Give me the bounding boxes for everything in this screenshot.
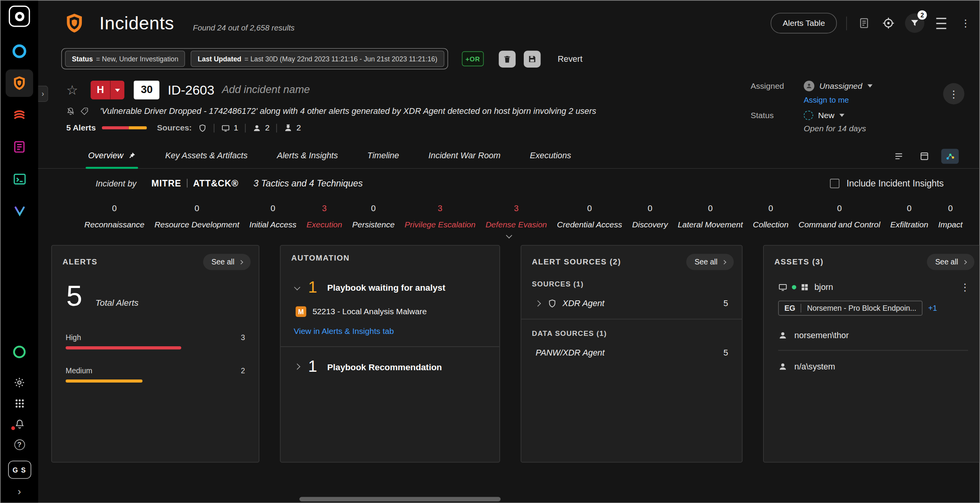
- user-row[interactable]: n/a\system: [764, 362, 980, 371]
- eg-name: Norsemen - Pro Block Endpoin...: [807, 304, 916, 313]
- incident-name-input[interactable]: Add incident name: [222, 84, 310, 96]
- source-shield[interactable]: [198, 124, 207, 132]
- host-actions-icon[interactable]: ⋮: [960, 281, 970, 293]
- incident-meta: Assigned Unassigned Assign to me Status …: [751, 81, 872, 137]
- revert-button[interactable]: Revert: [558, 54, 582, 63]
- severity-dropdown[interactable]: H: [91, 81, 125, 100]
- tab-label: Executions: [530, 151, 571, 160]
- save-filter-button[interactable]: [524, 50, 541, 67]
- apps-grid-icon[interactable]: [12, 396, 27, 411]
- incident-actions-button[interactable]: ⋮: [943, 83, 964, 104]
- view-in-alerts-link[interactable]: View in Alerts & Insights tab: [294, 326, 499, 335]
- tactic[interactable]: 0 Command and Control: [794, 203, 885, 231]
- tactic-count: 0: [890, 204, 928, 213]
- tab[interactable]: Key Assets & Artifacts: [165, 151, 247, 168]
- nav-xsoar-icon[interactable]: [6, 101, 33, 129]
- chevron-down-icon: [840, 114, 845, 117]
- tactic[interactable]: 3 Defense Evasion: [481, 203, 552, 231]
- graph-view-button[interactable]: [941, 149, 959, 164]
- star-icon[interactable]: ☆: [66, 83, 78, 98]
- notifications-bell-icon[interactable]: [12, 416, 27, 431]
- filter-button[interactable]: 2: [905, 14, 924, 33]
- medium-bar: [66, 379, 142, 383]
- tactic[interactable]: 0 Reconnaissance: [80, 203, 150, 231]
- tab[interactable]: Timeline: [367, 151, 399, 168]
- playbook-recommendation-group[interactable]: 1 Playbook Recommendation: [281, 357, 499, 376]
- source-agents[interactable]: 2: [284, 123, 301, 132]
- incident-by-label: Incident by: [96, 178, 137, 188]
- assets-see-all-button[interactable]: See all: [927, 254, 975, 270]
- tactic[interactable]: 0 Impact: [933, 203, 968, 231]
- playbook-item[interactable]: M 52213 - Local Analysis Malware: [281, 306, 499, 317]
- list-view-button[interactable]: [890, 149, 907, 164]
- assign-to-me-link[interactable]: Assign to me: [804, 96, 849, 105]
- tactic[interactable]: 0 Resource Development: [149, 203, 244, 231]
- card-view-button[interactable]: [916, 149, 933, 164]
- nav-xsiam-icon[interactable]: [6, 37, 33, 65]
- collapse-tactics-button[interactable]: [38, 233, 980, 237]
- playbook-waiting-group[interactable]: 1 Playbook waiting for analyst: [281, 278, 499, 297]
- alerts-table-button[interactable]: Alerts Table: [771, 13, 837, 33]
- source-users[interactable]: 2: [252, 123, 269, 132]
- assignee-dropdown[interactable]: Unassigned: [819, 81, 862, 91]
- tactic[interactable]: 0 Credential Access: [552, 203, 627, 231]
- page-header: Incidents Found 24 out of 2,658 results …: [38, 1, 980, 46]
- incident-description: 'Vulnerable Driver Dropped - 1742486172'…: [100, 106, 596, 115]
- user-icon: [252, 124, 261, 132]
- tab[interactable]: Incident War Room: [428, 151, 501, 168]
- alert-sources-see-all-button[interactable]: See all: [686, 254, 734, 270]
- status-dropdown[interactable]: New: [818, 111, 834, 120]
- host-row[interactable]: bjorn ⋮: [764, 281, 980, 293]
- horizontal-scrollbar[interactable]: [300, 497, 501, 501]
- alerts-card: ALERTS See all 5 Total Alerts High 3 Med…: [51, 245, 259, 463]
- menu-icon[interactable]: [934, 15, 949, 30]
- tactic[interactable]: 0 Collection: [748, 203, 794, 231]
- user-avatar[interactable]: G S: [8, 461, 31, 479]
- nav-incidents-icon[interactable]: [6, 69, 33, 97]
- more-options-icon[interactable]: ⋮: [958, 15, 973, 30]
- nav-reports-icon[interactable]: [6, 133, 33, 161]
- include-insights-toggle[interactable]: Include Incident Insights: [830, 178, 944, 188]
- tab[interactable]: Overview: [88, 151, 135, 168]
- tactic[interactable]: 3 Execution: [301, 203, 347, 231]
- tab[interactable]: Alerts & Insights: [277, 151, 338, 168]
- nav-marketplace-icon[interactable]: [6, 197, 33, 224]
- tab[interactable]: Executions: [530, 151, 571, 168]
- tactic[interactable]: 0 Discovery: [627, 203, 673, 231]
- tactic-count: 0: [938, 204, 963, 213]
- tactic-count: 3: [486, 204, 547, 213]
- source-count: 5: [723, 299, 728, 308]
- user-row[interactable]: norsemen\thor: [764, 331, 980, 340]
- mute-bell-icon[interactable]: [66, 107, 75, 115]
- source-hosts[interactable]: 1: [221, 123, 238, 132]
- data-source-row[interactable]: PANW/XDR Agent 5: [521, 348, 742, 357]
- tactic[interactable]: 0 Initial Access: [244, 203, 301, 231]
- help-icon[interactable]: ?: [12, 437, 27, 452]
- tab-label: Incident War Room: [428, 151, 501, 160]
- tactic[interactable]: 0 Persistence: [347, 203, 399, 231]
- nav-endpoints-icon[interactable]: [6, 165, 33, 192]
- report-icon[interactable]: [856, 15, 871, 30]
- sidebar-expand-chevron[interactable]: ›: [18, 486, 21, 498]
- alerts-see-all-button[interactable]: See all: [203, 254, 251, 270]
- tactic[interactable]: 3 Privilege Escalation: [399, 203, 481, 231]
- delete-filter-button[interactable]: [499, 50, 516, 67]
- checkbox-icon[interactable]: [830, 178, 840, 188]
- nav-health-icon[interactable]: [6, 338, 33, 366]
- tactic[interactable]: 0 Exfiltration: [885, 203, 933, 231]
- add-or-filter-button[interactable]: +OR: [462, 51, 484, 66]
- more-groups-link[interactable]: +1: [928, 304, 937, 313]
- tactic-name: Exfiltration: [890, 220, 928, 229]
- shield-icon: [11, 75, 27, 91]
- filter-chip-status[interactable]: Status = New, Under Investigation: [65, 51, 185, 67]
- cortex-logo[interactable]: [9, 6, 30, 27]
- tactic[interactable]: 0 Lateral Movement: [673, 203, 748, 231]
- settings-gear-icon[interactable]: [12, 375, 27, 390]
- endpoint-group-chip[interactable]: EG Norsemen - Pro Block Endpoin...: [778, 301, 922, 316]
- tab-label: Overview: [88, 151, 123, 160]
- source-row[interactable]: XDR Agent 5: [521, 299, 742, 308]
- tag-icon[interactable]: [80, 107, 89, 115]
- filter-chip-last-updated[interactable]: Last Updated = Last 30D (May 22nd 2023 1…: [191, 51, 444, 67]
- target-icon[interactable]: [881, 15, 896, 30]
- malware-badge: M: [296, 306, 306, 317]
